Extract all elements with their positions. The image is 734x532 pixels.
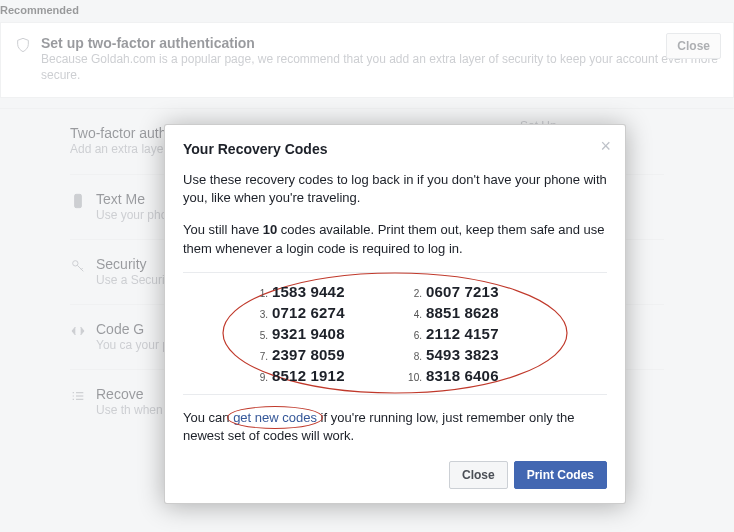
code-index: 6. [404,330,422,341]
code-index: 4. [404,309,422,320]
code-value: 0712 6274 [272,304,345,321]
code-value: 9321 9408 [272,325,345,342]
code-index: 9. [250,372,268,383]
codes-container: 1.1583 94422.0607 72133.0712 62744.8851 … [183,272,607,395]
code-index: 1. [250,288,268,299]
recovery-code: 1.1583 9442 [250,281,386,302]
code-index: 10. [404,372,422,383]
modal-getnew: You can get new codes if you're running … [183,409,607,445]
code-value: 0607 7213 [426,283,499,300]
recovery-code: 10.8318 6406 [404,365,540,386]
code-value: 2112 4157 [426,325,499,342]
recovery-code: 8.5493 3823 [404,344,540,365]
code-value: 1583 9442 [272,283,345,300]
modal-title: Your Recovery Codes [183,141,607,157]
print-codes-button[interactable]: Print Codes [514,461,607,489]
code-value: 5493 3823 [426,346,499,363]
close-icon[interactable]: × [600,137,611,155]
recovery-code: 4.8851 8628 [404,302,540,323]
code-value: 2397 8059 [272,346,345,363]
recovery-code: 7.2397 8059 [250,344,386,365]
code-value: 8851 8628 [426,304,499,321]
recovery-code: 9.8512 1912 [250,365,386,386]
modal-intro: Use these recovery codes to log back in … [183,171,607,207]
code-value: 8318 6406 [426,367,499,384]
code-index: 3. [250,309,268,320]
code-index: 7. [250,351,268,362]
recovery-code: 5.9321 9408 [250,323,386,344]
code-value: 8512 1912 [272,367,345,384]
modal-available: You still have 10 codes available. Print… [183,221,607,257]
recovery-code: 2.0607 7213 [404,281,540,302]
code-index: 5. [250,330,268,341]
recovery-code: 3.0712 6274 [250,302,386,323]
recovery-code: 6.2112 4157 [404,323,540,344]
modal-close-button[interactable]: Close [449,461,508,489]
code-index: 8. [404,351,422,362]
recovery-codes-modal: Your Recovery Codes × Use these recovery… [164,124,626,504]
code-index: 2. [404,288,422,299]
get-new-codes-link[interactable]: get new codes [233,410,317,425]
